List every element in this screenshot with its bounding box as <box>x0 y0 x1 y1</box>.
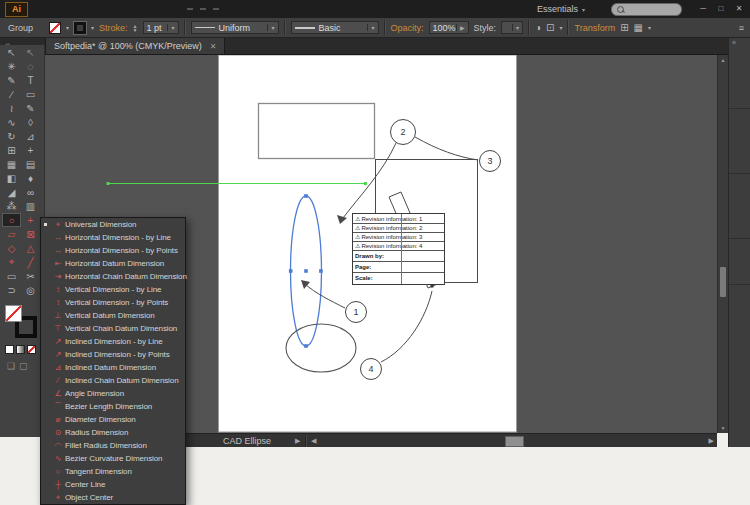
tool-icon[interactable]: ⊃ <box>2 283 21 297</box>
tool-icon[interactable]: ◌ <box>21 59 40 73</box>
chevron-down-icon[interactable]: ▾ <box>648 24 651 31</box>
tool-icon[interactable]: ⊞ <box>2 143 21 157</box>
status-flyout-icon[interactable]: ▶ <box>295 437 300 445</box>
tool-icon[interactable]: ✎ <box>21 101 40 115</box>
tool-icon[interactable]: ∞ <box>21 185 40 199</box>
scroll-up-icon[interactable]: ▲ <box>718 57 728 63</box>
transform-link[interactable]: Transform <box>574 23 615 33</box>
tool-icon[interactable]: ◢ <box>2 185 21 199</box>
horizontal-scrollbar-thumb[interactable] <box>505 436 524 447</box>
dock-panel-icon[interactable] <box>729 261 750 280</box>
flyout-menu-item[interactable]: ○ Tangent Dimension <box>41 465 185 478</box>
flyout-menu-item[interactable]: ⌖ Universal Dimension <box>41 218 185 231</box>
dock-panel-icon[interactable] <box>729 196 750 215</box>
tool-icon[interactable]: ↻ <box>2 129 21 143</box>
tool-icon[interactable]: ▱ <box>2 227 21 241</box>
dock-panel-icon[interactable] <box>729 85 750 104</box>
app-bar-icon[interactable] <box>187 8 193 10</box>
tool-icon[interactable]: ↖ <box>2 45 21 59</box>
tool-icon[interactable]: ⌖ <box>2 255 21 269</box>
scroll-right-icon[interactable]: ▶ <box>709 437 714 445</box>
maximize-button[interactable]: □ <box>712 0 730 18</box>
none-button[interactable] <box>27 345 36 354</box>
dock-expand-icon[interactable]: « <box>729 38 750 47</box>
dock-panel-icon[interactable] <box>729 131 750 150</box>
flyout-menu-item[interactable]: ⊤ Vertical Chain Datum Dimension <box>41 322 185 335</box>
app-bar-icon[interactable] <box>213 8 219 10</box>
tab-close-icon[interactable]: ✕ <box>210 42 217 51</box>
tool-icon[interactable]: ⊿ <box>21 129 40 143</box>
flyout-menu-item[interactable]: ◠ Fillet Radius Dimension <box>41 439 185 452</box>
current-tool-label[interactable]: CAD Ellipse <box>223 436 271 446</box>
minimize-button[interactable]: ─ <box>694 0 712 18</box>
tool-icon[interactable]: ♦ <box>21 171 40 185</box>
flyout-menu-item[interactable]: ⌖ Object Center <box>41 491 185 504</box>
flyout-menu-item[interactable]: ⇥ Horizontal Chain Datum Dimension <box>41 270 185 283</box>
tool-icon[interactable]: ╱ <box>21 255 40 269</box>
dock-panel-icon[interactable] <box>729 150 750 169</box>
flyout-menu-item[interactable]: ↔ Horizontal Dimension - by Points <box>41 244 185 257</box>
tool-icon[interactable]: ▥ <box>21 199 40 213</box>
callout-circle-4[interactable]: 4 <box>360 358 382 380</box>
opacity-field[interactable]: 100% ▶ <box>429 21 469 34</box>
flyout-menu-item[interactable]: ⊥ Vertical Datum Dimension <box>41 309 185 322</box>
chevron-down-icon[interactable]: ▾ <box>91 24 94 31</box>
draw-behind-icon[interactable]: ▢ <box>19 361 28 371</box>
style-dropdown[interactable]: ▾ <box>501 21 523 34</box>
flyout-menu-item[interactable]: ∠ Angle Dimension <box>41 387 185 400</box>
flyout-menu-item[interactable]: ⇤ Horizontal Datum Dimension <box>41 257 185 270</box>
tool-icon[interactable]: + <box>21 213 40 227</box>
tool-icon[interactable]: △ <box>21 241 40 255</box>
callout-circle-3[interactable]: 3 <box>479 150 501 172</box>
flyout-menu-item[interactable]: ↕ Vertical Dimension - by Line <box>41 283 185 296</box>
vertical-scrollbar[interactable]: ▲ ▼ <box>717 55 728 433</box>
fill-swatch[interactable] <box>49 22 61 34</box>
tool-icon[interactable]: ⊠ <box>21 227 40 241</box>
shape-mode-icon[interactable]: ▦ <box>634 22 643 33</box>
dock-panel-icon[interactable] <box>729 215 750 234</box>
flyout-menu-item[interactable]: ⌀ Diameter Dimension <box>41 413 185 426</box>
flyout-menu-item[interactable]: ┼ Center Line <box>41 478 185 491</box>
stroke-panel-link[interactable]: Stroke: <box>99 23 128 33</box>
tool-icon[interactable]: ↖ <box>21 45 40 59</box>
tool-icon[interactable]: ◇ <box>2 241 21 255</box>
revision-table[interactable]: ⚠ Revision information: 1 ⚠ Revision inf… <box>352 213 445 285</box>
dock-panel-icon[interactable] <box>729 66 750 85</box>
callout-circle-2[interactable]: 2 <box>390 119 416 145</box>
flyout-menu-item[interactable]: ∕ Inclined Chain Datum Dimension <box>41 374 185 387</box>
flyout-menu-item[interactable]: ⊿ Inclined Datum Dimension <box>41 361 185 374</box>
panel-menu-icon[interactable]: ≡ <box>739 23 744 33</box>
chevron-down-icon[interactable]: ▾ <box>559 24 562 31</box>
callout-circle-1[interactable]: 1 <box>345 301 367 323</box>
color-button[interactable] <box>5 345 14 354</box>
scroll-left-icon[interactable]: ◀ <box>311 437 316 445</box>
tool-icon[interactable]: ∕ <box>2 87 21 101</box>
app-bar-icon[interactable] <box>200 8 206 10</box>
tool-icon[interactable]: ⁂ <box>2 199 21 213</box>
dock-panel-icon[interactable] <box>729 238 750 261</box>
fill-color-swatch[interactable] <box>5 305 22 322</box>
tool-icon[interactable]: ✳ <box>2 59 21 73</box>
dock-panel-icon[interactable] <box>729 307 750 326</box>
chevron-down-icon[interactable]: ▾ <box>66 24 69 31</box>
tool-icon[interactable]: ≀ <box>2 101 21 115</box>
tool-icon[interactable]: ✂ <box>21 269 40 283</box>
scroll-down-icon[interactable]: ▼ <box>718 425 728 431</box>
tool-icon[interactable]: ◎ <box>21 283 40 297</box>
tool-icon[interactable]: ∿ <box>2 115 21 129</box>
flyout-menu-item[interactable]: ↕ Vertical Dimension - by Points <box>41 296 185 309</box>
workspace-switcher[interactable]: Essentials ▾ <box>537 4 585 14</box>
brush-dropdown[interactable]: Basic ▾ <box>291 21 379 34</box>
stroke-weight-stepper[interactable]: ▲▼ <box>133 24 138 32</box>
dock-panel-icon[interactable] <box>729 47 750 66</box>
tool-icon[interactable]: T <box>21 73 40 87</box>
stroke-swatch[interactable] <box>74 22 86 34</box>
width-profile-dropdown[interactable]: Uniform ▾ <box>191 21 279 34</box>
search-input[interactable] <box>611 3 682 16</box>
align-icon[interactable]: ⊞ <box>620 22 628 33</box>
tool-icon[interactable]: + <box>21 143 40 157</box>
close-button[interactable]: ✕ <box>730 0 748 18</box>
flyout-menu-item[interactable]: ↔ Horizontal Dimension - by Line <box>41 231 185 244</box>
tool-icon[interactable]: ◧ <box>2 171 21 185</box>
flyout-menu-item[interactable]: ∿ Bezier Curvature Dimension <box>41 452 185 465</box>
